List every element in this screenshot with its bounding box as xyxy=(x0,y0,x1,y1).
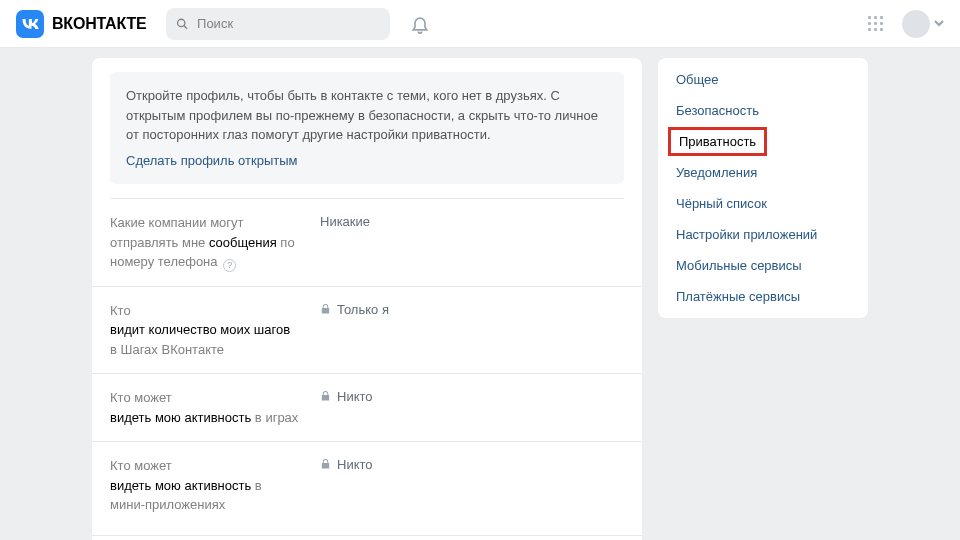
sidebar-item-payments[interactable]: Платёжные сервисы xyxy=(658,281,868,312)
settings-sidebar: Общее Безопасность Приватность Уведомлен… xyxy=(658,58,868,318)
setting-value[interactable]: Никто xyxy=(320,388,373,427)
settings-panel: Откройте профиль, чтобы быть в контакте … xyxy=(92,58,642,540)
footer-hint: Чтобы убедиться в том, что вы установили… xyxy=(92,535,642,541)
notifications-button[interactable] xyxy=(410,14,430,34)
setting-value[interactable]: Никто xyxy=(320,456,373,515)
search-icon xyxy=(176,17,189,31)
bell-icon xyxy=(410,14,430,34)
make-profile-open-link[interactable]: Сделать профиль открытым xyxy=(126,151,297,171)
setting-row: Кто может видеть мою активность в играх … xyxy=(92,374,642,442)
setting-value[interactable]: Только я xyxy=(320,301,389,360)
setting-label: Какие компании могут отправлять мне сооб… xyxy=(110,213,300,272)
chevron-down-icon[interactable] xyxy=(934,16,944,31)
sidebar-item-security[interactable]: Безопасность xyxy=(658,95,868,126)
avatar[interactable] xyxy=(902,10,930,38)
lock-icon xyxy=(320,303,331,318)
brand-text: ВКОНТАКТЕ xyxy=(52,15,146,33)
top-header: ВКОНТАКТЕ xyxy=(0,0,960,48)
sidebar-item-app-settings[interactable]: Настройки приложений xyxy=(658,219,868,250)
setting-value[interactable]: Никакие xyxy=(320,213,370,272)
lock-icon xyxy=(320,458,331,473)
sidebar-item-notifications[interactable]: Уведомления xyxy=(658,157,868,188)
setting-label: Кто может видеть мою активность в играх xyxy=(110,388,300,427)
sidebar-item-mobile[interactable]: Мобильные сервисы xyxy=(658,250,868,281)
setting-row: Кто видит количество моих шагов в Шагах … xyxy=(92,287,642,375)
infobox-text: Откройте профиль, чтобы быть в контакте … xyxy=(126,88,598,142)
svg-line-1 xyxy=(184,25,187,28)
sidebar-item-blacklist[interactable]: Чёрный список xyxy=(658,188,868,219)
help-icon[interactable]: ? xyxy=(223,259,236,272)
vk-logo-icon xyxy=(16,10,44,38)
sidebar-item-general[interactable]: Общее xyxy=(658,64,868,95)
lock-icon xyxy=(320,390,331,405)
setting-row: Кто может видеть мою активность в мини-п… xyxy=(92,442,642,529)
open-profile-infobox: Откройте профиль, чтобы быть в контакте … xyxy=(110,72,624,184)
apps-grid-icon[interactable] xyxy=(868,16,884,32)
logo[interactable]: ВКОНТАКТЕ xyxy=(16,10,146,38)
search-input[interactable] xyxy=(197,16,380,31)
svg-point-0 xyxy=(178,19,185,26)
setting-label: Кто может видеть мою активность в мини-п… xyxy=(110,456,300,515)
setting-row: Какие компании могут отправлять мне сооб… xyxy=(92,199,642,287)
sidebar-item-privacy[interactable]: Приватность xyxy=(679,134,756,149)
setting-label: Кто видит количество моих шагов в Шагах … xyxy=(110,301,300,360)
search-input-wrap[interactable] xyxy=(166,8,390,40)
